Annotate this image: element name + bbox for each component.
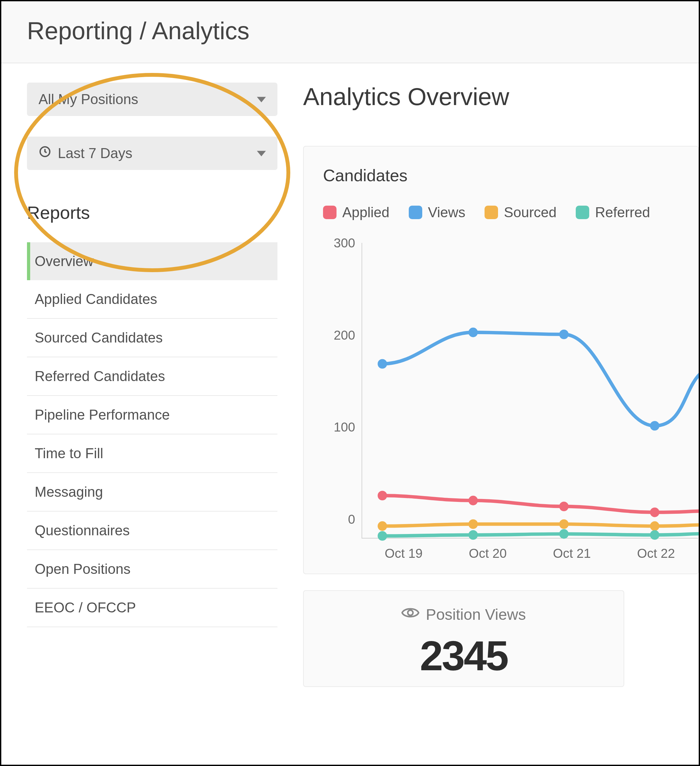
report-item-messaging[interactable]: Messaging [27, 473, 277, 511]
data-point[interactable] [468, 496, 478, 505]
legend-item-sourced[interactable]: Sourced [485, 204, 556, 220]
report-item-pipeline-performance[interactable]: Pipeline Performance [27, 396, 277, 434]
y-tick: 0 [348, 512, 355, 527]
reports-list: OverviewApplied CandidatesSourced Candid… [27, 242, 277, 627]
report-item-eeoc-ofccp[interactable]: EEOC / OFCCP [27, 589, 277, 627]
date-filter-dropdown[interactable]: Last 7 Days [27, 136, 277, 170]
legend-label: Views [428, 204, 466, 220]
data-point[interactable] [468, 328, 478, 337]
report-item-open-positions[interactable]: Open Positions [27, 550, 277, 589]
report-item-overview[interactable]: Overview [27, 242, 277, 280]
reports-heading: Reports [27, 202, 271, 223]
data-point[interactable] [650, 521, 659, 531]
position-views-label: Position Views [323, 604, 604, 625]
y-tick: 200 [333, 328, 355, 342]
legend-swatch [323, 206, 337, 219]
data-point[interactable] [650, 421, 659, 430]
candidates-chart-card: Candidates AppliedViewsSourcedReferred 0… [303, 146, 699, 574]
report-item-time-to-fill[interactable]: Time to Fill [27, 434, 277, 473]
position-views-card: Position Views 2345 [303, 590, 624, 687]
series-line-views [382, 332, 699, 426]
data-point[interactable] [559, 519, 569, 529]
eye-icon [401, 604, 419, 625]
chart-legend: AppliedViewsSourcedReferred [323, 204, 698, 220]
position-views-value: 2345 [323, 632, 604, 680]
data-point[interactable] [650, 530, 659, 540]
data-point[interactable] [650, 507, 659, 517]
date-filter-label: Last 7 Days [58, 145, 132, 161]
chart-y-axis: 0100200300 [323, 243, 362, 538]
report-item-applied-candidates[interactable]: Applied Candidates [27, 280, 277, 319]
y-tick: 100 [333, 420, 355, 434]
chart-plot-area [362, 243, 698, 538]
legend-swatch [576, 206, 589, 219]
data-point[interactable] [378, 531, 387, 541]
sidebar: All My Positions Last 7 Days Reports Ove… [1, 63, 284, 746]
data-point[interactable] [559, 502, 569, 511]
data-point[interactable] [559, 330, 569, 339]
chart-x-axis: Oct 19Oct 20Oct 21Oct 22 [362, 546, 698, 561]
data-point[interactable] [468, 519, 478, 529]
legend-item-applied[interactable]: Applied [323, 204, 389, 220]
data-point[interactable] [378, 491, 387, 500]
position-filter-label: All My Positions [38, 91, 138, 107]
legend-item-referred[interactable]: Referred [576, 204, 650, 220]
report-item-referred-candidates[interactable]: Referred Candidates [27, 357, 277, 396]
legend-label: Sourced [504, 204, 556, 220]
x-label: Oct 22 [614, 546, 698, 561]
data-point[interactable] [378, 521, 387, 531]
report-item-sourced-candidates[interactable]: Sourced Candidates [27, 319, 277, 357]
clock-icon [38, 145, 51, 161]
legend-label: Applied [342, 204, 389, 220]
report-item-questionnaires[interactable]: Questionnaires [27, 511, 277, 550]
x-label: Oct 20 [446, 546, 530, 561]
page-header: Reporting / Analytics [1, 1, 699, 63]
chart-title: Candidates [323, 166, 698, 185]
data-point[interactable] [559, 529, 569, 539]
x-label: Oct 19 [362, 546, 446, 561]
main-title: Analytics Overview [303, 82, 699, 111]
legend-swatch [409, 206, 422, 219]
legend-item-views[interactable]: Views [409, 204, 466, 220]
position-filter-dropdown[interactable]: All My Positions [27, 82, 277, 116]
caret-down-icon [257, 91, 266, 107]
page-title: Reporting / Analytics [27, 17, 673, 45]
main-content: Analytics Overview Candidates AppliedVie… [284, 63, 699, 746]
data-point[interactable] [468, 530, 478, 540]
x-label: Oct 21 [530, 546, 614, 561]
y-tick: 300 [333, 236, 355, 250]
caret-down-icon [257, 145, 266, 161]
svg-point-1 [408, 610, 413, 615]
legend-swatch [485, 206, 498, 219]
data-point[interactable] [378, 359, 387, 369]
legend-label: Referred [595, 204, 650, 220]
